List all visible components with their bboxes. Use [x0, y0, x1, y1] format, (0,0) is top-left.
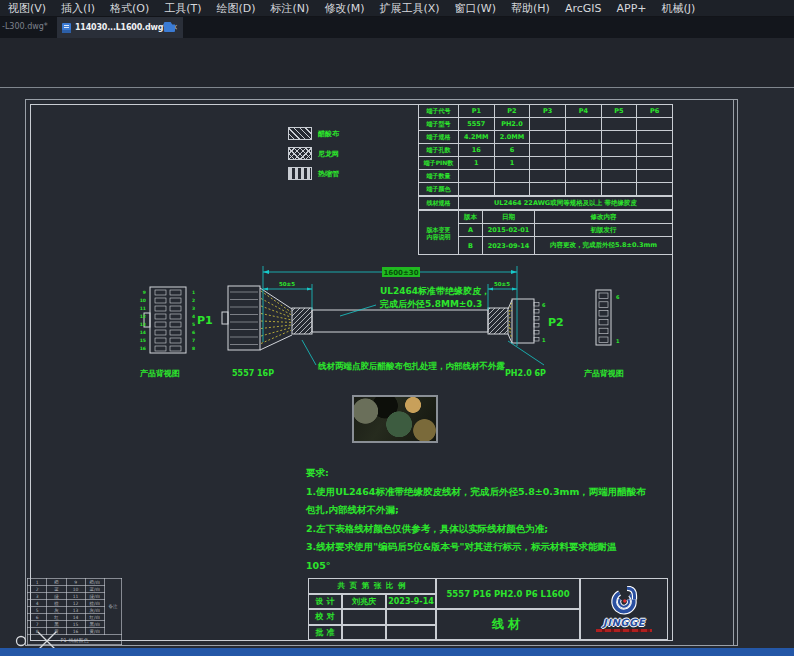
titleblock-check-date — [386, 609, 436, 625]
requirement-line-0: 要求: — [306, 464, 606, 483]
p1-part-number: 5557 16P — [232, 369, 274, 378]
terminal-cell — [459, 170, 495, 183]
titleblock-header-row: 共 页 第 张 比 例 — [308, 578, 436, 594]
terminal-cell: 1 — [494, 157, 530, 170]
dwg-file-icon — [62, 23, 71, 33]
terminal-cell: P2 — [494, 105, 530, 118]
titleblock-part-name: 线材 — [436, 609, 580, 640]
legend-label: 醋酸布 — [318, 129, 339, 139]
terminal-cell: P3 — [530, 105, 566, 118]
color-table-cell: 6 — [28, 614, 47, 621]
titleblock-check-name — [342, 609, 386, 625]
toolbar-area — [0, 38, 794, 88]
p2-part-number: PH2.0 6P — [505, 369, 546, 378]
menu-item-2[interactable]: 格式(O) — [110, 1, 149, 16]
requirement-line-2: 包扎,内部线材不外漏; — [306, 501, 606, 520]
color-table-cell: 11 — [66, 593, 85, 600]
p1-label: P1 — [197, 314, 213, 327]
color-table-cell: 9 — [66, 579, 85, 586]
p2-side-view — [512, 299, 534, 343]
right-acetate-sleeve — [488, 308, 508, 334]
menu-item-9[interactable]: 帮助(H) — [511, 1, 550, 16]
revision-cell: B — [459, 237, 483, 255]
jingge-logo-text: JINGGE — [603, 617, 645, 628]
wire-spec-table: 线材规格 UL2464 22AWG或同等规格及以上 带绝缘胶皮 — [418, 196, 673, 210]
terminal-table-row: 端子型号5557PH2.0 — [419, 118, 673, 131]
terminal-cell — [601, 131, 637, 144]
terminal-table-row: 端子PIN数11 — [419, 157, 673, 170]
terminal-table-row: 端子颜色 — [419, 183, 673, 196]
tab-active-label: 114030...L1600.dwg* — [75, 23, 167, 32]
terminal-cell — [637, 183, 673, 196]
menu-item-5[interactable]: 标注(N) — [271, 1, 310, 16]
svg-text:6: 6 — [542, 302, 546, 308]
svg-text:4: 4 — [192, 314, 195, 319]
titleblock-designer-name: 刘兆庆 — [342, 594, 386, 610]
color-table-cell: 棕/白 — [85, 600, 104, 607]
svg-text:1: 1 — [542, 337, 546, 343]
menu-item-6[interactable]: 修改(M) — [324, 1, 364, 16]
color-table-cell: 灰 — [47, 607, 66, 614]
p1-view-caption: 产品背视图 — [139, 369, 180, 378]
color-table-cell: 黑/白 — [85, 621, 104, 628]
drawing-canvas[interactable]: 端子代号P1P2P3P4P5P6端子型号5557PH2.0端子规格4.2MM2.… — [0, 88, 794, 648]
terminal-row-label: 端子孔数 — [419, 144, 459, 157]
color-table-cell: 5 — [28, 607, 47, 614]
color-table-cell: 红 — [47, 614, 66, 621]
terminal-cell — [637, 118, 673, 131]
terminal-row-label: 端子代号 — [419, 105, 459, 118]
menu-item-10[interactable]: ArcGIS — [565, 2, 602, 15]
menu-item-11[interactable]: APP+ — [617, 2, 647, 15]
color-table-cell: 10 — [66, 586, 85, 593]
terminal-row-label: 端子PIN数 — [419, 157, 459, 170]
color-table-cell: 红/白 — [85, 614, 104, 621]
terminal-table-row: 端子孔数166 — [419, 144, 673, 157]
terminal-cell: P6 — [637, 105, 673, 118]
terminal-cell — [637, 131, 673, 144]
tab-inactive-partial[interactable]: -L300.dwg* — [2, 22, 48, 31]
terminal-cell — [637, 170, 673, 183]
menu-item-12[interactable]: 机械(J) — [662, 1, 696, 16]
color-table-cell: 蓝 — [47, 586, 66, 593]
terminal-cell — [565, 144, 601, 157]
p1-side-view — [228, 286, 260, 350]
revision-cell: 2015-02-01 — [483, 224, 535, 237]
terminal-cell — [530, 131, 566, 144]
menu-item-4[interactable]: 绘图(D) — [217, 1, 256, 16]
menu-bar: 视图(V)插入(I)格式(O)工具(T)绘图(D)标注(N)修改(M)扩展工具(… — [0, 0, 794, 17]
svg-text:8: 8 — [192, 346, 195, 351]
menu-item-7[interactable]: 扩展工具(X) — [379, 1, 439, 16]
titleblock-label-design: 设 计 — [308, 594, 342, 610]
terminal-cell — [530, 118, 566, 131]
p2-view-caption: 产品背视图 — [583, 369, 624, 378]
revision-cell: 内容更改，完成后外径5.8±0.3mm — [535, 237, 673, 255]
terminal-main-table: 端子代号P1P2P3P4P5P6端子型号5557PH2.0端子规格4.2MM2.… — [418, 104, 673, 196]
color-table-note: 备注 — [105, 579, 122, 635]
tab-active[interactable]: 114030...L1600.dwg* ✕ — [57, 17, 183, 38]
svg-text:15: 15 — [140, 338, 146, 343]
dim-right-text: 50±5 — [494, 281, 510, 287]
product-photo — [352, 395, 438, 443]
revision-header-cell: 修改内容 — [535, 211, 673, 224]
svg-text:5: 5 — [192, 322, 195, 327]
revision-header-cell: 日期 — [483, 211, 535, 224]
cross-hatch-swatch — [288, 147, 312, 160]
revision-cell: 2023-09-14 — [483, 237, 535, 255]
terminal-cell — [565, 157, 601, 170]
terminal-cell — [601, 170, 637, 183]
titleblock-label-check: 校 对 — [308, 609, 342, 625]
terminal-cell: PH2.0 — [494, 118, 530, 131]
svg-text:6: 6 — [192, 330, 195, 335]
color-table-cell: 灰/白 — [85, 607, 104, 614]
terminal-table-row: 端子代号P1P2P3P4P5P6 — [419, 105, 673, 118]
terminal-cell — [637, 157, 673, 170]
terminal-row-label: 端子数量 — [419, 170, 459, 183]
menu-item-8[interactable]: 窗口(W) — [455, 1, 496, 16]
color-table-cell: 绿/白 — [85, 593, 104, 600]
titleblock-design-date: 2023-9-14 — [386, 594, 436, 610]
menu-item-1[interactable]: 插入(I) — [61, 1, 95, 16]
menu-item-0[interactable]: 视图(V) — [8, 1, 46, 16]
menu-item-3[interactable]: 工具(T) — [164, 1, 201, 16]
color-table-row: 1橙9橙/白备注 — [28, 579, 122, 586]
terminal-cell — [565, 118, 601, 131]
